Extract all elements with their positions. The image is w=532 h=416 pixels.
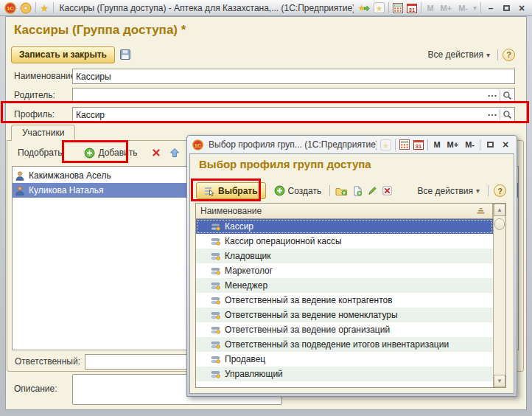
close-button[interactable]: ×: [516, 2, 528, 14]
close-button[interactable]: ×: [500, 139, 511, 150]
memory-add-button[interactable]: M+: [439, 4, 454, 13]
profile-row[interactable]: Кассир: [196, 219, 493, 234]
all-actions-button[interactable]: Все действия▾: [425, 48, 494, 61]
profile-row[interactable]: Ответственный за ведение организаций: [196, 322, 493, 337]
add-to-favorites-icon[interactable]: ★: [357, 2, 370, 13]
profile-icon: [211, 282, 220, 290]
minimize-button[interactable]: –: [485, 3, 497, 13]
profile-field-label: Профиль:: [14, 109, 55, 119]
responsible-label: Ответственный:: [15, 356, 80, 367]
maximize-button[interactable]: [500, 3, 512, 13]
divider: [421, 2, 421, 13]
help-button[interactable]: ?: [503, 49, 515, 61]
profile-row[interactable]: Маркетолог: [196, 263, 493, 278]
parent-field-row: Родитель: ...: [6, 88, 526, 103]
chevron-down-icon[interactable]: ▾: [473, 4, 477, 12]
chevron-down-icon: ▾: [486, 51, 490, 59]
profile-name: Маркетолог: [225, 266, 273, 276]
column-header-name: Наименование: [200, 206, 262, 216]
profile-row[interactable]: Ответственный за ведение контрагентов: [196, 293, 493, 308]
create-group-icon[interactable]: [335, 186, 348, 196]
name-input[interactable]: [73, 72, 514, 82]
dialog-body: Выбор профиля групп доступа Выбрать Созд…: [189, 153, 514, 394]
1c-logo-icon: 1С: [192, 139, 203, 150]
person-icon: [15, 171, 24, 181]
save-icon[interactable]: [119, 49, 131, 60]
memory-store-button[interactable]: M: [432, 140, 441, 149]
calculator-icon[interactable]: [399, 139, 410, 150]
scrollbar-thumb[interactable]: [494, 218, 505, 230]
profile-icon: [211, 311, 220, 319]
profile-name: Кассир операционной кассы: [225, 236, 342, 246]
sort-icon[interactable]: [476, 207, 486, 215]
move-up-icon[interactable]: [169, 148, 180, 158]
profile-select-dialog: 1С Выбор профиля груп... (1С:Предприятие…: [186, 135, 517, 397]
memory-subtract-button[interactable]: M-: [463, 140, 476, 149]
show-favorites-icon[interactable]: ★: [374, 2, 385, 13]
divider: [500, 90, 500, 101]
profile-row[interactable]: Ответственный за ведение номенклатуры: [196, 308, 493, 322]
select-from-list-icon: [204, 186, 214, 196]
scroll-up-icon[interactable]: ▲: [494, 204, 505, 216]
pick-button[interactable]: Подобрать: [15, 146, 65, 159]
create-button[interactable]: Создать: [271, 184, 325, 198]
plus-icon: [84, 148, 95, 159]
main-window: 1С ★ Кассиры (Группа доступа) - Аптека д…: [0, 0, 532, 416]
profile-row[interactable]: Кассир операционной кассы: [196, 234, 493, 249]
person-icon: [15, 186, 24, 195]
parent-input[interactable]: [73, 91, 488, 101]
favorites-star-icon[interactable]: ★: [40, 2, 49, 14]
description-label: Описание:: [14, 384, 57, 394]
delete-item-icon[interactable]: [382, 186, 392, 195]
profile-row[interactable]: Кладовщик: [196, 249, 493, 263]
table-header[interactable]: Наименование: [196, 204, 493, 219]
profile-icon: [211, 356, 220, 364]
memory-subtract-button[interactable]: M-: [457, 4, 469, 13]
profile-name: Ответственный за ведение контрагентов: [225, 295, 393, 305]
profile-icon: [211, 297, 220, 305]
search-icon[interactable]: [503, 110, 512, 119]
svg-text:1С: 1С: [7, 5, 14, 12]
delete-icon[interactable]: [152, 148, 161, 157]
name-field-row: Наименование:: [6, 69, 526, 84]
svg-text:1С: 1С: [195, 142, 202, 148]
participant-name: Какимжанова Асель: [29, 170, 111, 181]
select-button[interactable]: Выбрать: [196, 182, 266, 199]
maximize-button[interactable]: [484, 139, 496, 150]
profile-row[interactable]: Управляющий: [196, 367, 493, 381]
calendar-icon[interactable]: 31: [413, 139, 424, 150]
calendar-icon[interactable]: 31: [407, 3, 417, 13]
divider: [480, 2, 481, 13]
divider: [53, 2, 54, 13]
profile-row[interactable]: Продавец: [196, 352, 493, 367]
calculator-icon[interactable]: [393, 3, 403, 13]
memory-store-button[interactable]: M: [425, 4, 435, 13]
profile-field: ...: [72, 107, 515, 122]
profile-icon: [211, 238, 220, 246]
tab-participants[interactable]: Участники: [11, 125, 75, 141]
show-favorites-icon[interactable]: ★: [380, 139, 391, 150]
help-button[interactable]: ?: [494, 184, 506, 197]
dialog-toolbar: Выбрать Создать: [190, 181, 514, 201]
save-and-close-button[interactable]: Записать и закрыть: [11, 46, 115, 63]
search-icon[interactable]: [503, 91, 512, 100]
choose-button[interactable]: ...: [488, 110, 497, 119]
all-actions-button[interactable]: Все действия▾: [415, 184, 483, 198]
scroll-down-icon[interactable]: ▼: [494, 375, 505, 387]
profile-input[interactable]: [73, 110, 488, 120]
memory-add-button[interactable]: M+: [446, 140, 461, 149]
add-button[interactable]: Добавить: [81, 146, 140, 160]
copy-item-icon[interactable]: [353, 186, 363, 196]
profile-icon: [211, 252, 220, 260]
choose-button[interactable]: ...: [488, 91, 497, 100]
profiles-table: Наименование Кассир: [195, 203, 506, 388]
profile-row[interactable]: Менеджер: [196, 278, 493, 293]
dialog-heading: Выбор профиля групп доступа: [199, 158, 371, 170]
edit-pencil-icon[interactable]: [368, 186, 377, 195]
profile-name: Ответственный за ведение организаций: [225, 325, 390, 335]
divider: [500, 109, 500, 120]
main-menu-button[interactable]: [20, 2, 32, 14]
vertical-scrollbar[interactable]: ▲ ▼: [493, 204, 505, 387]
profile-row[interactable]: Ответственный за подведение итогов инвен…: [196, 337, 493, 352]
name-field-label: Наименование:: [14, 71, 78, 81]
